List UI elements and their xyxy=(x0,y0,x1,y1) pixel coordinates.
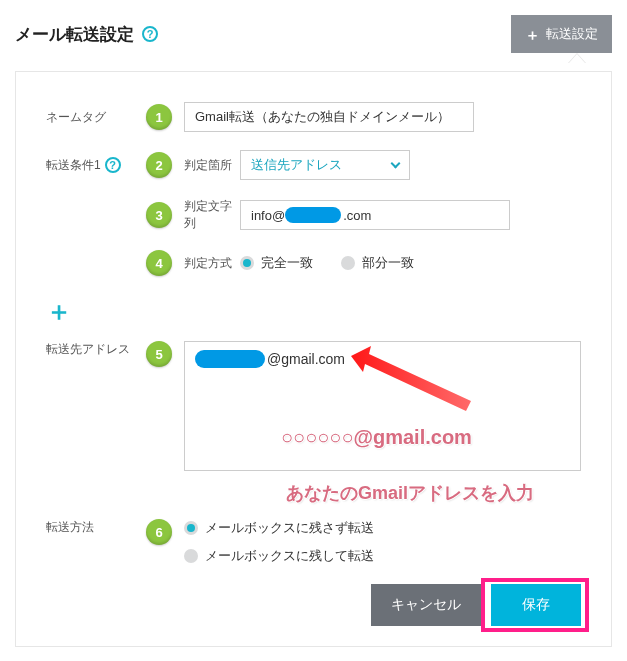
forward-to-textarea[interactable]: @gmail.com xyxy=(184,341,581,471)
step-badge-1: 1 xyxy=(146,104,172,130)
redacted-pill xyxy=(195,350,265,368)
add-setting-button[interactable]: ＋ 転送設定 xyxy=(511,15,612,53)
footer-buttons: キャンセル 保存 xyxy=(46,584,581,626)
string-prefix: info@ xyxy=(251,208,285,223)
step-badge-3: 3 xyxy=(146,202,172,228)
radio-dot-icon xyxy=(184,549,198,563)
string-input[interactable]: info@ .com xyxy=(240,200,510,230)
step-badge-5: 5 xyxy=(146,341,172,367)
nametag-label: ネームタグ xyxy=(46,109,146,126)
place-select-value: 送信先アドレス xyxy=(251,156,342,174)
forward-to-label: 転送先アドレス xyxy=(46,341,146,358)
settings-panel: ネームタグ 1 転送条件1 ? 2 判定箇所 送信先アドレス 3 判定文字列 i… xyxy=(15,71,612,647)
place-select[interactable]: 送信先アドレス xyxy=(240,150,410,180)
forward-method-option-delete[interactable]: メールボックスに残さず転送 xyxy=(184,519,374,537)
page-title: メール転送設定 xyxy=(15,23,134,46)
redacted-pill xyxy=(285,207,341,223)
save-button[interactable]: 保存 xyxy=(491,584,581,626)
help-icon[interactable]: ? xyxy=(105,157,121,173)
forward-method-radio-group: メールボックスに残さず転送 メールボックスに残して転送 xyxy=(184,519,581,566)
row-condition-string: 3 判定文字列 info@ .com xyxy=(46,198,581,232)
help-icon[interactable]: ? xyxy=(142,26,158,42)
step-badge-6: 6 xyxy=(146,519,172,545)
cancel-button[interactable]: キャンセル xyxy=(371,584,481,626)
row-forward-to: 転送先アドレス 5 @gmail.com ○○○○○○@gmail.com あな… xyxy=(46,341,581,471)
row-nametag: ネームタグ 1 xyxy=(46,102,581,132)
radio-dot-icon xyxy=(240,256,254,270)
forward-to-domain: @gmail.com xyxy=(267,351,345,367)
forward-method-option-keep[interactable]: メールボックスに残して転送 xyxy=(184,547,374,565)
step-badge-2: 2 xyxy=(146,152,172,178)
method-radio-group: 完全一致 部分一致 xyxy=(240,254,442,272)
radio-dot-icon xyxy=(341,256,355,270)
string-suffix: .com xyxy=(343,208,371,223)
plus-icon: ＋ xyxy=(525,27,540,42)
row-forward-method: 転送方法 6 メールボックスに残さず転送 メールボックスに残して転送 xyxy=(46,519,581,566)
chevron-down-icon xyxy=(391,159,401,169)
row-condition-place: 転送条件1 ? 2 判定箇所 送信先アドレス xyxy=(46,150,581,180)
method-option-partial[interactable]: 部分一致 xyxy=(341,254,414,272)
pointer-icon xyxy=(568,53,586,63)
add-condition-button[interactable]: ＋ xyxy=(46,294,72,329)
place-sublabel: 判定箇所 xyxy=(184,157,240,174)
page-header: メール転送設定 ? ＋ 転送設定 xyxy=(15,15,612,53)
radio-dot-icon xyxy=(184,521,198,535)
step-badge-4: 4 xyxy=(146,250,172,276)
forward-method-label: 転送方法 xyxy=(46,519,146,536)
string-sublabel: 判定文字列 xyxy=(184,198,240,232)
add-button-label: 転送設定 xyxy=(546,25,598,43)
condition-label: 転送条件1 ? xyxy=(46,157,146,174)
nametag-input[interactable] xyxy=(184,102,474,132)
method-option-exact[interactable]: 完全一致 xyxy=(240,254,313,272)
method-sublabel: 判定方式 xyxy=(184,255,240,272)
row-condition-method: 4 判定方式 完全一致 部分一致 xyxy=(46,250,581,276)
